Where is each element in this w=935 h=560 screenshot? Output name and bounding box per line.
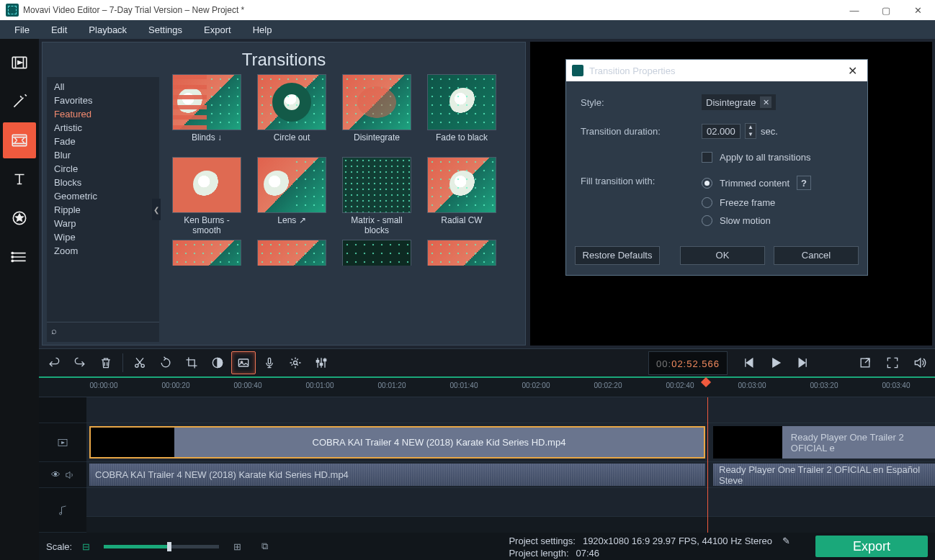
transition-item[interactable]: Fade to black: [427, 74, 496, 153]
timeline-ruler[interactable]: 00:00:00 00:00:20 00:00:40 00:01:00 00:0…: [39, 377, 935, 397]
transition-item[interactable]: Disintegrate: [342, 74, 411, 153]
cat-blocks[interactable]: Blocks: [47, 176, 159, 189]
maximize-button[interactable]: ▢: [870, 0, 902, 20]
zoom-in-icon[interactable]: ⊞: [231, 540, 243, 553]
eye-icon[interactable]: 👁: [49, 469, 62, 482]
tool-titles[interactable]: [3, 161, 36, 197]
transition-item[interactable]: Ken Burns - smooth: [172, 157, 241, 235]
transition-item[interactable]: [342, 240, 411, 266]
menu-help[interactable]: Help: [244, 22, 281, 38]
project-length-value: 07:46: [576, 548, 600, 559]
menu-export[interactable]: Export: [195, 22, 240, 38]
minimize-button[interactable]: —: [838, 0, 870, 20]
audio-clip[interactable]: COBRA KAI Trailer 4 NEW (2018) Karate Ki…: [89, 464, 705, 486]
cat-artistic[interactable]: Artistic: [47, 121, 159, 135]
fit-timeline-icon[interactable]: ⧉: [258, 540, 271, 553]
audio-track-icon[interactable]: 👁: [39, 462, 86, 488]
edit-settings-icon[interactable]: ✎: [779, 535, 792, 548]
audio-clip[interactable]: Ready Player One Trailer 2 OFICIAL en Es…: [713, 464, 935, 486]
prev-button[interactable]: [736, 351, 761, 374]
undock-button[interactable]: [853, 351, 877, 374]
duration-spinner[interactable]: ▲▼: [745, 123, 756, 139]
zoom-out-icon[interactable]: ⊟: [79, 540, 92, 553]
video-clip[interactable]: Ready Player One Trailer 2 OFICIAL e: [713, 426, 935, 459]
cat-favorites[interactable]: Favorites: [47, 94, 159, 107]
cat-ripple[interactable]: Ripple: [47, 203, 159, 217]
scale-slider[interactable]: [104, 545, 219, 548]
close-button[interactable]: ✕: [902, 0, 934, 20]
transition-item[interactable]: Circle out: [257, 74, 326, 153]
help-button[interactable]: ?: [797, 176, 811, 190]
restore-defaults-button[interactable]: Restore Defaults: [575, 246, 660, 265]
transition-wizard-button[interactable]: [231, 351, 256, 374]
svg-point-4: [12, 256, 13, 258]
svg-rect-11: [268, 358, 270, 363]
menu-settings[interactable]: Settings: [140, 22, 191, 38]
redo-button[interactable]: [68, 351, 92, 374]
color-button[interactable]: [205, 351, 230, 374]
clip-properties-button[interactable]: [283, 351, 308, 374]
apply-all-checkbox[interactable]: [702, 152, 712, 163]
fill-radio-freeze[interactable]: [702, 197, 712, 208]
transition-item[interactable]: [427, 240, 496, 266]
delete-button[interactable]: [94, 351, 118, 374]
music-track-icon[interactable]: [39, 488, 86, 533]
equalizer-button[interactable]: [309, 351, 334, 374]
duration-label: Transition duration:: [581, 126, 702, 137]
apply-all-label: Apply to all transitions: [720, 152, 810, 163]
transition-item[interactable]: [257, 240, 326, 266]
transition-item[interactable]: Lens ↗: [257, 157, 326, 235]
cat-warp[interactable]: Warp: [47, 217, 159, 230]
transition-item[interactable]: Radial CW: [427, 157, 496, 235]
category-search: ⌕: [47, 322, 159, 339]
record-audio-button[interactable]: [257, 351, 282, 374]
cat-fade[interactable]: Fade: [47, 135, 159, 148]
transition-item[interactable]: Matrix - small blocks: [342, 157, 411, 235]
cut-button[interactable]: [128, 351, 152, 374]
cat-all[interactable]: All: [47, 80, 159, 94]
tool-filters[interactable]: [3, 83, 36, 119]
fill-radio-trimmed[interactable]: [702, 178, 712, 189]
menu-playback[interactable]: Playback: [80, 22, 135, 38]
video-track-icon[interactable]: [39, 423, 86, 462]
video-clip[interactable]: COBRA KAI Trailer 4 NEW (2018) Karate Ki…: [89, 426, 705, 459]
next-button[interactable]: [791, 351, 815, 374]
ok-button[interactable]: OK: [680, 246, 765, 265]
cat-circle[interactable]: Circle: [47, 162, 159, 176]
cancel-button[interactable]: Cancel: [774, 246, 859, 265]
timecode-display[interactable]: 00:02:52.566: [648, 351, 728, 375]
collapse-categories-button[interactable]: ❮: [152, 199, 161, 220]
duration-value[interactable]: 02.000: [702, 124, 741, 139]
timeline: 👁 COBRA KAI Trailer 4 NEW (2018) Karate …: [39, 397, 935, 533]
volume-button[interactable]: [908, 351, 932, 374]
cat-wipe[interactable]: Wipe: [47, 230, 159, 244]
cat-geometric[interactable]: Geometric: [47, 189, 159, 203]
fullscreen-button[interactable]: [880, 351, 905, 374]
duration-unit: sec.: [761, 126, 778, 137]
play-button[interactable]: [764, 351, 788, 374]
menu-edit[interactable]: Edit: [42, 22, 76, 38]
playhead-icon[interactable]: [701, 377, 711, 387]
tool-media[interactable]: [3, 45, 36, 81]
search-input[interactable]: [61, 325, 182, 336]
undo-button[interactable]: [42, 351, 66, 374]
menu-file[interactable]: File: [6, 22, 38, 38]
window-title: Movavi Video Editor – 7-Day Trial Versio…: [23, 5, 838, 15]
fill-radio-slow[interactable]: [702, 215, 712, 226]
status-bar: Scale: ⊟ ⊞ ⧉ Project settings: 1920x1080…: [39, 533, 935, 560]
playhead-line[interactable]: [707, 397, 708, 533]
tool-transitions[interactable]: [3, 122, 36, 158]
cat-featured[interactable]: Featured: [47, 107, 159, 121]
tool-stickers[interactable]: [3, 200, 36, 236]
cat-blur[interactable]: Blur: [47, 148, 159, 162]
export-button[interactable]: Export: [815, 536, 928, 557]
project-length-label: Project length:: [509, 548, 568, 559]
dialog-close-button[interactable]: ✕: [844, 64, 862, 78]
clear-style-button[interactable]: ✕: [760, 96, 771, 108]
transition-item[interactable]: [172, 240, 241, 266]
transition-item[interactable]: Blinds ↓: [172, 74, 241, 153]
crop-button[interactable]: [179, 351, 204, 374]
rotate-button[interactable]: [153, 351, 178, 374]
tool-more[interactable]: [3, 239, 36, 275]
cat-zoom[interactable]: Zoom: [47, 244, 159, 258]
